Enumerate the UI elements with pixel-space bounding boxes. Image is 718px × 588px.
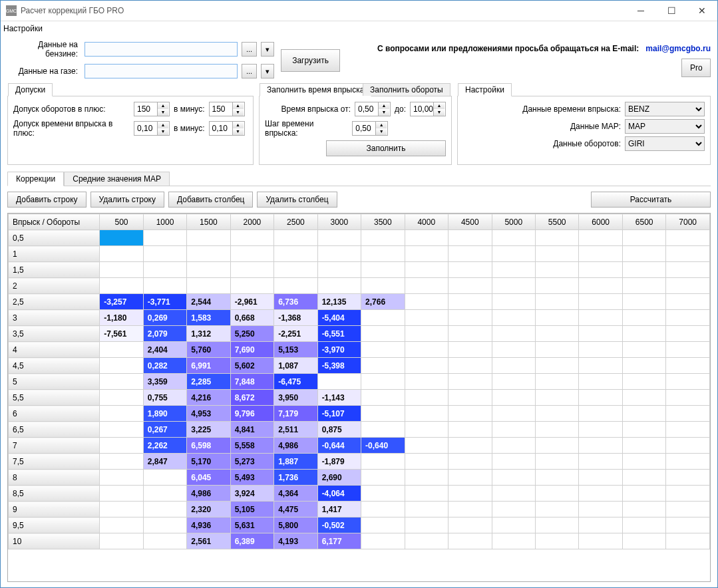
grid-cell[interactable] bbox=[361, 374, 405, 390]
row-header[interactable]: 8,5 bbox=[9, 486, 100, 502]
grid-cell[interactable] bbox=[579, 422, 622, 438]
grid-cell[interactable] bbox=[361, 326, 405, 342]
grid-cell[interactable] bbox=[666, 486, 710, 502]
add-row-button[interactable]: Добавить строку bbox=[7, 192, 87, 208]
gas-dropdown-button[interactable]: ▾ bbox=[261, 64, 274, 78]
row-header[interactable]: 1,5 bbox=[9, 262, 100, 278]
row-header[interactable]: 8 bbox=[9, 470, 100, 486]
grid-cell[interactable] bbox=[622, 454, 665, 470]
grid-cell[interactable] bbox=[405, 310, 448, 326]
grid-cell[interactable]: 2,079 bbox=[143, 326, 186, 342]
grid-cell[interactable]: 2,766 bbox=[361, 294, 405, 310]
tolerances-tab[interactable]: Допуски bbox=[8, 83, 53, 96]
grid-cell[interactable] bbox=[492, 454, 535, 470]
grid-cell[interactable] bbox=[361, 358, 405, 374]
grid-cell[interactable] bbox=[579, 278, 622, 294]
corrections-grid[interactable]: Впрыск / Обороты500100015002000250030003… bbox=[7, 213, 711, 582]
grid-cell[interactable]: -6,475 bbox=[274, 374, 317, 390]
col-header[interactable]: 3000 bbox=[317, 214, 361, 230]
grid-cell[interactable] bbox=[405, 406, 448, 422]
grid-cell[interactable] bbox=[143, 470, 186, 486]
grid-cell[interactable] bbox=[449, 358, 492, 374]
grid-cell[interactable] bbox=[622, 246, 665, 262]
grid-cell[interactable] bbox=[492, 358, 535, 374]
grid-cell[interactable] bbox=[622, 533, 665, 549]
grid-cell[interactable]: 5,493 bbox=[230, 470, 273, 486]
grid-cell[interactable] bbox=[622, 278, 665, 294]
grid-cell[interactable] bbox=[100, 230, 143, 246]
grid-cell[interactable] bbox=[361, 390, 405, 406]
grid-cell[interactable]: 2,511 bbox=[274, 422, 317, 438]
row-header[interactable]: 4 bbox=[9, 342, 100, 358]
grid-cell[interactable]: 5,273 bbox=[230, 454, 273, 470]
grid-cell[interactable] bbox=[535, 310, 578, 326]
grid-cell[interactable] bbox=[622, 310, 665, 326]
grid-cell[interactable]: 0,755 bbox=[143, 390, 186, 406]
grid-cell[interactable] bbox=[317, 374, 361, 390]
grid-cell[interactable] bbox=[405, 278, 448, 294]
row-header[interactable]: 6,5 bbox=[9, 422, 100, 438]
tab-avg-map[interactable]: Средние значения MAP bbox=[64, 172, 170, 186]
grid-cell[interactable] bbox=[666, 374, 710, 390]
grid-cell[interactable]: -2,251 bbox=[274, 326, 317, 342]
grid-cell[interactable] bbox=[449, 230, 492, 246]
grid-cell[interactable] bbox=[143, 262, 186, 278]
maximize-button[interactable]: ☐ bbox=[656, 1, 687, 21]
grid-cell[interactable] bbox=[100, 438, 143, 454]
grid-cell[interactable]: -2,961 bbox=[230, 294, 273, 310]
grid-cell[interactable] bbox=[361, 517, 405, 533]
grid-corner[interactable]: Впрыск / Обороты bbox=[9, 214, 100, 230]
col-header[interactable]: 4500 bbox=[449, 214, 492, 230]
grid-cell[interactable] bbox=[622, 406, 665, 422]
grid-cell[interactable]: -5,107 bbox=[317, 406, 361, 422]
grid-cell[interactable]: 6,736 bbox=[274, 294, 317, 310]
grid-cell[interactable]: 5,105 bbox=[230, 502, 273, 517]
grid-cell[interactable] bbox=[579, 533, 622, 549]
grid-cell[interactable]: 6,389 bbox=[230, 533, 273, 549]
titlebar[interactable]: GMC Расчет коррекций ГБО PRO ─ ☐ ✕ bbox=[1, 1, 717, 21]
contact-email-link[interactable]: mail@gmcgbo.ru bbox=[645, 44, 711, 53]
grid-cell[interactable] bbox=[622, 486, 665, 502]
tol-rpm-plus-spin[interactable]: ▲▼ bbox=[134, 102, 170, 116]
grid-cell[interactable]: 2,404 bbox=[143, 342, 186, 358]
grid-cell[interactable] bbox=[449, 533, 492, 549]
grid-cell[interactable] bbox=[449, 470, 492, 486]
grid-cell[interactable] bbox=[449, 454, 492, 470]
grid-cell[interactable]: 4,986 bbox=[274, 438, 317, 454]
grid-cell[interactable]: 7,179 bbox=[274, 406, 317, 422]
add-col-button[interactable]: Добавить столбец bbox=[168, 192, 253, 208]
data-rpm-select[interactable]: GIRI bbox=[625, 136, 705, 151]
grid-cell[interactable] bbox=[100, 358, 143, 374]
grid-cell[interactable] bbox=[579, 358, 622, 374]
grid-cell[interactable]: 3,950 bbox=[274, 390, 317, 406]
grid-cell[interactable] bbox=[361, 342, 405, 358]
row-header[interactable]: 7 bbox=[9, 438, 100, 454]
minimize-button[interactable]: ─ bbox=[626, 1, 656, 21]
grid-cell[interactable] bbox=[535, 342, 578, 358]
col-header[interactable]: 2500 bbox=[274, 214, 317, 230]
grid-cell[interactable] bbox=[187, 246, 230, 262]
grid-cell[interactable] bbox=[405, 390, 448, 406]
row-header[interactable]: 7,5 bbox=[9, 454, 100, 470]
inj-step-spin[interactable]: ▲▼ bbox=[352, 121, 388, 136]
grid-cell[interactable] bbox=[405, 326, 448, 342]
grid-cell[interactable]: 9,796 bbox=[230, 406, 273, 422]
grid-cell[interactable] bbox=[535, 406, 578, 422]
grid-cell[interactable]: 1,087 bbox=[274, 358, 317, 374]
grid-cell[interactable] bbox=[143, 246, 186, 262]
fill-button[interactable]: Заполнить bbox=[326, 140, 446, 156]
grid-cell[interactable] bbox=[535, 230, 578, 246]
col-header[interactable]: 5000 bbox=[492, 214, 535, 230]
load-button[interactable]: Загрузить bbox=[281, 49, 340, 72]
gas-browse-button[interactable]: ... bbox=[242, 64, 257, 78]
grid-cell[interactable] bbox=[405, 374, 448, 390]
grid-cell[interactable] bbox=[100, 390, 143, 406]
fill-rpm-tab[interactable]: Заполнить обороты bbox=[363, 83, 450, 96]
grid-cell[interactable] bbox=[274, 278, 317, 294]
grid-cell[interactable] bbox=[274, 246, 317, 262]
grid-cell[interactable] bbox=[492, 246, 535, 262]
grid-cell[interactable]: 4,986 bbox=[187, 486, 230, 502]
grid-cell[interactable] bbox=[317, 262, 361, 278]
row-header[interactable]: 0,5 bbox=[9, 230, 100, 246]
grid-cell[interactable] bbox=[143, 230, 186, 246]
